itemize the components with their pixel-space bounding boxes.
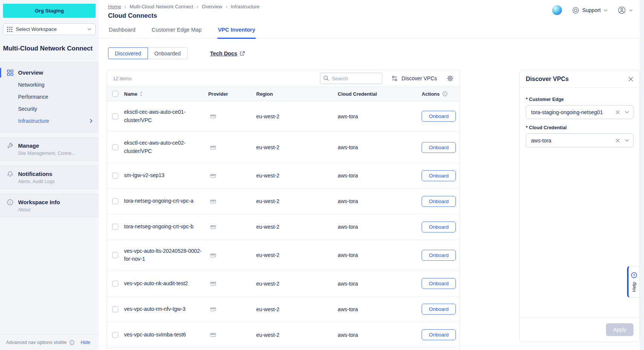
sidebar-item-notifications[interactable]: NotificationsAlerts, Audit Logs — [0, 166, 99, 189]
row-checkbox[interactable] — [112, 173, 118, 179]
sliders-icon — [391, 75, 398, 82]
tab-vpc-inventory[interactable]: VPC Inventory — [217, 26, 256, 38]
page-header: Home›Multi-Cloud Network Connect›Overvie… — [99, 0, 644, 20]
aws-icon: aws — [208, 145, 256, 150]
table-header-row: Name Provider Region Cloud Credential — [107, 87, 460, 101]
assistant-orb-icon[interactable] — [552, 5, 562, 15]
onboard-button[interactable]: Onboard — [422, 304, 456, 315]
sidebar-item-label: Security — [18, 106, 37, 112]
chevron-down-icon[interactable] — [625, 139, 629, 142]
customer-edge-label: * Customer Edge — [526, 97, 633, 102]
svg-text:aws: aws — [210, 173, 216, 177]
breadcrumb-separator: › — [225, 3, 227, 9]
svg-text:aws: aws — [210, 113, 216, 117]
breadcrumb-item[interactable]: Overview — [202, 4, 222, 9]
overview-subitems: NetworkingPerformanceSecurityInfrastruct… — [0, 79, 99, 127]
row-checkbox[interactable] — [112, 113, 118, 119]
customer-edge-select[interactable]: tora-staging-ongoing-netseg01 — [526, 105, 633, 119]
workspace-selector[interactable]: Select Workspace — [3, 23, 96, 35]
discover-vpcs-button[interactable]: Discover VPCs — [391, 75, 437, 82]
chevron-down-icon — [87, 28, 91, 31]
table-toolbar: 12 items — [107, 70, 460, 87]
cloud-credential-select[interactable]: aws-tora — [526, 133, 633, 147]
row-checkbox[interactable] — [112, 144, 118, 150]
sidebar-sections: ManageSite Management, Conne...Notificat… — [0, 132, 99, 217]
onboard-button[interactable]: Onboard — [422, 111, 456, 122]
sidebar: Org Staging Select Workspace Multi-Cloud… — [0, 0, 99, 350]
row-checkbox[interactable] — [112, 281, 118, 287]
clear-icon[interactable] — [615, 110, 620, 115]
row-checkbox[interactable] — [112, 198, 118, 204]
sidebar-section-subtitle: Site Management, Conne... — [18, 151, 93, 156]
svg-text:aws: aws — [210, 224, 216, 228]
onboard-button[interactable]: Onboard — [422, 196, 456, 207]
question-icon: ? — [631, 272, 637, 278]
help-tab[interactable]: ? Help — [627, 266, 640, 298]
table-row: eksctl-cec-aws-auto-ce01-cluster/VPCawse… — [107, 101, 460, 132]
clear-icon[interactable] — [615, 138, 620, 143]
select-all-checkbox[interactable] — [112, 91, 118, 97]
breadcrumb-item: Infrastructure — [231, 4, 260, 9]
vpc-credential: aws-tora — [338, 281, 358, 287]
toggle-discovered[interactable]: Discovered — [108, 47, 148, 59]
vpc-name: sm-tgw-v2-sep13 — [124, 172, 164, 178]
scrollbar-track[interactable] — [640, 0, 644, 350]
breadcrumb-item[interactable]: Multi-Cloud Network Connect — [129, 4, 193, 9]
org-banner[interactable]: Org Staging — [3, 4, 96, 18]
breadcrumb-item[interactable]: Home — [108, 4, 121, 9]
support-menu[interactable]: Support — [572, 7, 607, 14]
user-icon — [618, 6, 626, 14]
row-checkbox[interactable] — [112, 332, 118, 338]
vpc-name: ves-vpc-auto-svimba-test6 — [124, 332, 186, 338]
table-row: ves-vpc-auto-svimba-test6awseu-west-2aws… — [107, 322, 460, 348]
vpc-name: ves-vpc-auto-lts-20240528-0002-for-nov-1 — [124, 248, 202, 262]
advanced-nav-label: Advanced nav options visible — [6, 340, 67, 345]
row-checkbox[interactable] — [112, 306, 118, 312]
sidebar-item-performance[interactable]: Performance — [0, 91, 99, 103]
onboard-button[interactable]: Onboard — [422, 170, 456, 181]
vpc-name: tora-netseg-ongoing-crt-vpc-a — [124, 198, 193, 204]
vpc-region: eu-west-2 — [256, 113, 279, 119]
apply-button[interactable]: Apply — [606, 323, 633, 336]
sidebar-item-overview[interactable]: Overview — [0, 67, 99, 79]
account-menu[interactable] — [618, 6, 633, 14]
chevron-down-icon[interactable] — [625, 111, 629, 113]
sidebar-item-infrastructure[interactable]: Infrastructure — [0, 115, 99, 127]
search-input[interactable] — [320, 73, 382, 84]
tab-customer-edge-map[interactable]: Customer Edge Map — [151, 26, 202, 38]
gear-icon[interactable] — [447, 75, 454, 82]
svg-text:aws: aws — [210, 252, 216, 256]
toggle-onboarded[interactable]: Onboarded — [148, 47, 187, 59]
support-label: Support — [582, 7, 601, 13]
svg-text:aws: aws — [210, 306, 216, 310]
tab-dashboard[interactable]: Dashboard — [108, 26, 136, 38]
vpc-name: tora-netseg-ongoing-crt-vpc-b — [124, 223, 193, 229]
vpc-region: eu-west-2 — [256, 306, 279, 312]
onboard-button[interactable]: Onboard — [422, 142, 456, 153]
required-asterisk: * — [526, 125, 528, 130]
onboard-button[interactable]: Onboard — [422, 222, 456, 232]
table-row: eksctl-cec-aws-auto-ce02-cluster/VPCawse… — [107, 132, 460, 163]
info-icon — [69, 340, 75, 345]
table-row: ves-vpc-auto-rm-nfv-tgw-3awseu-west-2aws… — [107, 297, 460, 322]
vpc-name: eksctl-cec-aws-auto-ce02-cluster/VPC — [124, 140, 186, 154]
sidebar-item-security[interactable]: Security — [0, 103, 99, 115]
row-checkbox[interactable] — [112, 224, 118, 230]
sort-name-control[interactable]: Name — [124, 91, 143, 97]
close-icon[interactable] — [628, 76, 633, 82]
onboard-button[interactable]: Onboard — [422, 250, 456, 261]
tech-docs-link[interactable]: Tech Docs — [210, 50, 245, 57]
vpc-credential: aws-tora — [338, 306, 358, 312]
aws-icon: aws — [208, 252, 256, 258]
sidebar-item-manage[interactable]: ManageSite Management, Conne... — [0, 138, 99, 160]
onboard-button[interactable]: Onboard — [422, 329, 456, 340]
onboard-button[interactable]: Onboard — [422, 278, 456, 289]
vpc-region: eu-west-2 — [256, 332, 279, 338]
hide-nav-link[interactable]: Hide — [81, 340, 90, 345]
sidebar-item-workspace-info[interactable]: Workspace InfoAbout — [0, 194, 99, 217]
search-icon — [323, 75, 329, 81]
app-title: Multi-Cloud Network Connect — [3, 44, 96, 53]
sidebar-item-networking[interactable]: Networking — [0, 79, 99, 91]
row-checkbox[interactable] — [112, 252, 118, 258]
info-icon — [7, 199, 14, 206]
